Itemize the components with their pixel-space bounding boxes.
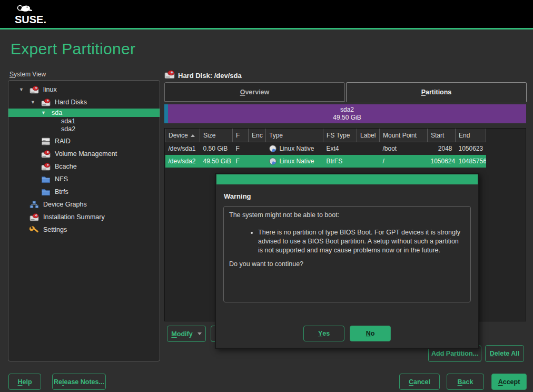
col-size[interactable]: Size: [200, 129, 233, 142]
delete-all-button[interactable]: Delete All: [485, 345, 524, 362]
table-row-sda2-selected[interactable]: /dev/sda2 49.50 GiB F Linux Native BtrFS…: [165, 155, 486, 168]
folder-icon: [41, 175, 55, 183]
hard-disk-icon: [164, 70, 175, 81]
col-label[interactable]: Label: [357, 129, 380, 142]
table-row-sda1[interactable]: /dev/sda1 0.50 GiB F Linux Native Ext4 /…: [165, 142, 486, 155]
partition-segment-sda2[interactable]: sda2 49.50 GiB: [168, 104, 526, 123]
brand-text: SUSE.: [15, 14, 46, 25]
hard-disk-icon: [29, 86, 43, 94]
dialog-message-box: The system might not be able to boot: Th…: [223, 206, 471, 302]
segment-name: sda2: [340, 106, 354, 114]
no-button[interactable]: No: [350, 326, 391, 341]
sidebar-item-label: linux: [43, 86, 57, 93]
sidebar-item-bcache[interactable]: Bcache: [8, 160, 160, 173]
expert-partitioner-window: SUSE. Expert Partitioner System View ▼ l…: [0, 0, 533, 392]
back-button[interactable]: Back: [447, 374, 484, 390]
hard-disk-icon: [41, 99, 55, 106]
partition-size-bar: sda2 49.50 GiB: [164, 104, 526, 123]
dialog-buttons: Yes No: [216, 326, 478, 341]
sidebar-item-hard-disks[interactable]: ▼ Hard Disks: [8, 96, 160, 109]
col-enc[interactable]: Enc: [249, 129, 266, 142]
top-brand-bar: SUSE.: [0, 0, 533, 28]
sidebar-item-sda2[interactable]: sda2: [8, 125, 160, 133]
chevron-down-icon[interactable]: ▼: [17, 87, 29, 92]
partition-type-icon: [269, 158, 277, 165]
partition-segment-sda1[interactable]: [164, 104, 168, 123]
sidebar-item-label: Volume Management: [55, 150, 117, 158]
sidebar-item-installation-summary[interactable]: Installation Summary: [8, 211, 160, 223]
dialog-intro: The system might not be able to boot:: [229, 211, 465, 220]
sidebar-item-nfs[interactable]: NFS: [8, 173, 160, 185]
content-header-title: Hard Disk: /dev/sda: [178, 72, 242, 80]
warning-dialog: Warning The system might not be able to …: [215, 173, 479, 349]
suse-logo: SUSE.: [7, 2, 55, 26]
sidebar-item-label: Installation Summary: [43, 213, 105, 221]
sidebar-item-label: Btrfs: [55, 188, 68, 195]
col-fstype[interactable]: FS Type: [323, 129, 357, 142]
dialog-title: Warning: [224, 192, 478, 200]
sidebar-item-volume-management[interactable]: Volume Management: [8, 148, 160, 160]
dialog-question: Do you want to continue?: [229, 260, 465, 269]
sidebar-item-label: Bcache: [55, 163, 77, 170]
chameleon-body: [21, 5, 32, 11]
sidebar-item-device-graphs[interactable]: Device Graphs: [8, 198, 160, 211]
chevron-down-icon: [198, 332, 202, 335]
col-device[interactable]: Device: [165, 129, 200, 142]
sidebar-item-label: NFS: [55, 175, 68, 183]
sidebar-item-sda1[interactable]: sda1: [8, 117, 160, 125]
release-notes-button[interactable]: Release Notes...: [52, 374, 106, 390]
help-button[interactable]: Help: [8, 374, 41, 390]
sidebar-item-label: sda1: [61, 117, 75, 125]
sidebar-item-linux[interactable]: ▼ linux: [8, 83, 160, 96]
wrench-icon: [29, 226, 43, 234]
modify-button[interactable]: Modify: [167, 326, 206, 342]
sidebar-item-settings[interactable]: Settings: [8, 223, 160, 236]
sidebar-item-label: RAID: [55, 138, 71, 145]
content-header: Hard Disk: /dev/sda: [164, 70, 242, 81]
folder-icon: [41, 188, 55, 196]
partition-type-icon: [269, 145, 277, 152]
sidebar-item-sda-selected[interactable]: ▼ sda: [8, 109, 160, 117]
dialog-title-bar[interactable]: [216, 174, 478, 184]
table-header-row: Device Size F Enc Type FS Type Label Mou…: [165, 129, 486, 142]
col-end[interactable]: End: [456, 129, 486, 142]
tab-partitions[interactable]: Partitions: [346, 82, 527, 102]
segment-size: 49.50 GiB: [333, 114, 361, 122]
sidebar-item-label: Device Graphs: [43, 201, 87, 208]
hard-disk-icon: [41, 150, 55, 158]
page-title: Expert Partitioner: [11, 40, 135, 58]
col-start[interactable]: Start: [428, 129, 456, 142]
tab-overview[interactable]: Overview: [164, 82, 345, 102]
chevron-down-icon[interactable]: ▼: [28, 100, 41, 105]
col-mountpoint[interactable]: Mount Point: [380, 129, 428, 142]
col-type[interactable]: Type: [266, 129, 323, 142]
system-view-tree: ▼ linux ▼ Hard Disks ▼ sda sda1 sda2 RAI…: [8, 80, 160, 361]
accent-divider: [0, 28, 533, 30]
dialog-bullet: There is no partition of type BIOS Boot.…: [258, 228, 465, 255]
hard-disk-icon: [41, 163, 55, 171]
system-view-label: System View: [9, 71, 46, 78]
sidebar-item-label: sda: [52, 109, 62, 116]
accept-button[interactable]: Accept: [491, 374, 527, 390]
sidebar-item-label: Settings: [43, 226, 67, 233]
cancel-button[interactable]: Cancel: [399, 374, 440, 390]
yes-button[interactable]: Yes: [303, 326, 344, 341]
sidebar-item-raid[interactable]: RAID: [8, 135, 160, 148]
tab-bar: Overview Partitions: [164, 82, 527, 102]
sort-ascending-icon: [191, 134, 195, 137]
partitions-table: Device Size F Enc Type FS Type Label Mou…: [165, 129, 486, 168]
sidebar-item-btrfs[interactable]: Btrfs: [8, 185, 160, 198]
raid-icon: [41, 138, 55, 145]
sidebar-item-label: sda2: [61, 125, 75, 133]
chevron-down-icon[interactable]: ▼: [39, 110, 52, 115]
device-graph-icon: [29, 201, 43, 209]
hard-disk-icon: [29, 213, 43, 221]
sidebar-item-label: Hard Disks: [55, 99, 87, 106]
col-f[interactable]: F: [233, 129, 249, 142]
